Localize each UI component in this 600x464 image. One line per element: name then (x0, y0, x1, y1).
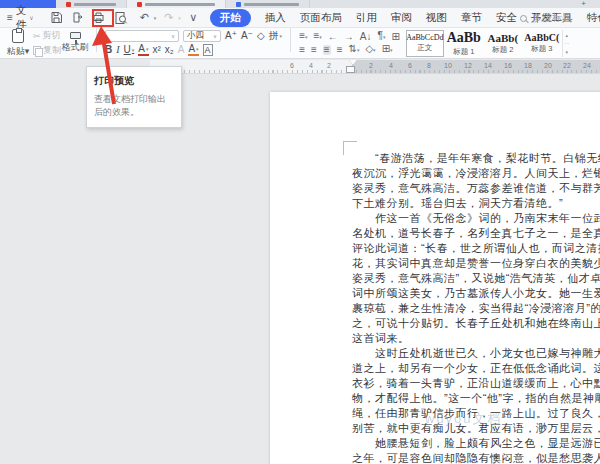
menu-bar: ≡ 文件 ∨ ↶▾ ↷▾ ∨ 开始 插入 页面布局 引用 审阅 视图 章节 安全… (0, 8, 600, 28)
text-line: 名处机，道号长春子，名列全真七子之一，是全真教中 (352, 226, 600, 241)
watermark: wuyou文档 (425, 410, 503, 428)
increase-indent-button[interactable]: → (344, 32, 354, 42)
export-pdf-button[interactable] (69, 10, 86, 26)
copy-icon (33, 46, 41, 55)
customize-quickbar-button[interactable]: ∨ (185, 10, 202, 26)
distribute-button[interactable]: ≡ (337, 45, 343, 55)
clear-format-button[interactable]: ◇ (257, 31, 265, 41)
justify-button[interactable]: ≡ (323, 45, 331, 55)
redo-button[interactable]: ↷ (160, 10, 177, 26)
text-line: 裹琼苞，兼之生性清冷，实当得起“冷浸溶溶月”的形容 (352, 301, 600, 316)
red-highlight-box (92, 9, 114, 27)
tab-home[interactable]: 开始 (210, 9, 251, 27)
paste-icon (12, 29, 24, 43)
tooltip-body: 查看文档打印输出后的效果。 (94, 93, 174, 119)
pinyin-guide-button[interactable]: 拼▾ (269, 31, 283, 41)
tab-section[interactable]: 章节 (461, 11, 482, 25)
paste-button[interactable]: 粘贴▾ (3, 29, 33, 58)
font-group: ∨ 小四∨ A⁺ A⁻ ◇ 拼▾ B I U▾ A▾ x² x₂ A A▾ A (101, 28, 286, 58)
style-heading1[interactable]: AaBb 标题 1 (445, 30, 483, 57)
document-workspace: “春游浩荡，是年年寒食，梨花时节。白锦无纹香烂漫 夜沉沉，浮光霭霭，冷浸溶溶月。… (0, 74, 600, 464)
bold-button[interactable]: B (105, 45, 112, 55)
style-normal[interactable]: AaBbCcDd 正文 (406, 30, 444, 57)
character-border-button[interactable]: A (203, 44, 213, 56)
bullet-list-button[interactable]: ≡▾ (299, 31, 307, 42)
horizontal-ruler[interactable]: 6 4 2 2 4 6 8 10 12 14 16 18 20 22 24 (150, 60, 600, 74)
hanging-indent-marker[interactable] (346, 66, 355, 73)
show-marks-button[interactable]: ¶▾ (378, 31, 386, 42)
document-tab-strip: + (0, 0, 600, 8)
subscript-button[interactable]: x₂ (165, 45, 174, 55)
text-line: 花，其实词中真意却是赞誉一位身穿白衣的美貌少女 (352, 256, 600, 271)
copy-button[interactable]: 复制 (33, 44, 61, 57)
quick-access-toolbar: ↶▾ ↷▾ ∨ (48, 9, 202, 27)
shading-button[interactable]: ◇▾ (365, 44, 375, 55)
align-left-button[interactable]: ≡ (299, 45, 305, 55)
tooltip-title: 打印预览 (94, 74, 174, 88)
writer-doc-icon (137, 2, 142, 7)
text-line: 之，可说十分贴切。长春子丘处机和她在终南山上比邻 (352, 316, 600, 331)
text-line: 下土难分别。瑶台归去，洞天方看清绝。” (352, 196, 600, 211)
doc-icon (236, 2, 241, 7)
scissors-icon: ✂ (33, 31, 41, 41)
style-heading3[interactable]: AaBbC( 标题 3 (523, 30, 561, 57)
tab-references[interactable]: 引用 (356, 11, 377, 25)
undo-dropdown[interactable]: ▾ (154, 15, 157, 21)
writer-doc-icon (66, 2, 71, 7)
text-line: 作这一首《无俗念》词的，乃南宋末年一位武学名家 (352, 211, 600, 226)
paragraph-group: ≡▾ ≡▾ ← → A↓ ¶▾ ⊞ ≡ ≡ ≡ ≡ ⇅▾ ◇▾ ⊞▾ (295, 28, 404, 58)
italic-button[interactable]: I (116, 45, 119, 55)
char-tool-button[interactable]: A (178, 45, 185, 55)
home-ribbon: 粘贴▾ ✂剪切 复制 格式刷 ∨ 小四∨ A⁺ A⁻ ◇ 拼▾ B I U▾ A… (0, 28, 600, 59)
style-gallery-scroll[interactable]: ▴⋯▾ (562, 30, 571, 57)
text-line: 夜沉沉，浮光霭霭，冷浸溶溶月。人间天上，烂银霞照通彻 (352, 166, 600, 181)
decrease-indent-button[interactable]: ← (328, 32, 338, 42)
redo-dropdown[interactable]: ▾ (178, 15, 181, 21)
document-tab-active[interactable] (127, 0, 226, 8)
grow-font-button[interactable]: A⁺ (225, 31, 237, 41)
document-page[interactable]: “春游浩荡，是年年寒食，梨花时节。白锦无纹香烂漫 夜沉沉，浮光霭霭，冷浸溶溶月。… (270, 92, 600, 464)
tab-view[interactable]: 视图 (426, 11, 447, 25)
strikethrough-button[interactable]: A▾ (138, 44, 148, 56)
numbered-list-button[interactable]: ≡▾ (313, 31, 321, 42)
format-painter-button[interactable]: 格式刷 (61, 32, 89, 54)
new-tab-button[interactable]: + (581, 0, 600, 8)
menu-icon: ≡ (7, 12, 13, 23)
highlight-color-button[interactable]: A▾ (188, 44, 198, 56)
tab-insert[interactable]: 插入 (265, 11, 286, 25)
text-line: 这时丘处机逝世已久，小龙女也已嫁与神雕大侠杨过 (352, 346, 600, 361)
style-gallery: AaBbCcDd 正文 AaBb 标题 1 AaBb( 标题 2 AaBbC( … (406, 28, 571, 58)
text-line: 这首词来。 (352, 331, 600, 346)
tab-review[interactable]: 审阅 (391, 11, 412, 25)
line-spacing-button[interactable]: ⇅▾ (349, 44, 360, 55)
underline-button[interactable]: U▾ (124, 45, 135, 55)
brush-icon (70, 32, 81, 39)
style-heading2[interactable]: AaBb( 标题 2 (484, 30, 522, 57)
wps-writer-window: { "tabbar": { "new_tab": "+" }, "menubar… (0, 0, 600, 464)
cut-button[interactable]: ✂剪切 (33, 29, 61, 42)
sort-button[interactable]: A↓ (360, 32, 372, 42)
text-line: 姿灵秀，意气殊高洁。万蕊参差谁信道，不与群芳同列 (352, 181, 600, 196)
font-name-select[interactable]: ∨ (105, 30, 179, 42)
text-line: 她腰悬短剑，脸上颇有风尘之色，显是远游已久 (352, 436, 600, 451)
save-button[interactable] (48, 10, 65, 26)
align-center-button[interactable]: ≡ (311, 45, 317, 55)
text-line: 词中所颂这美女，乃古墓派传人小龙女。她一生爱穿白衣 (352, 286, 600, 301)
borders-button[interactable]: ⊞▾ (382, 44, 393, 55)
shrink-font-button[interactable]: A⁻ (241, 31, 253, 41)
text-line: 衣衫，骑着一头青驴，正沿山道缓缓而上，心中默想： (352, 376, 600, 391)
chevron-down-icon: ∨ (29, 14, 33, 21)
text-line: 评论此词道：“长春，世之所谓仙人也，而词之清拔如此 (352, 241, 600, 256)
print-preview-tooltip: 打印预览 查看文档打印输出后的效果。 (86, 66, 182, 128)
command-search[interactable]: 多级标题 (520, 11, 572, 25)
document-tab[interactable] (56, 0, 127, 8)
first-line-indent-marker[interactable] (349, 60, 357, 65)
font-size-select[interactable]: 小四∨ (183, 30, 221, 42)
superscript-button[interactable]: x² (153, 45, 161, 55)
tab-page-layout[interactable]: 页面布局 (300, 11, 342, 25)
undo-button[interactable]: ↶ (136, 10, 153, 26)
insert-table-icon[interactable]: ⊞ (391, 32, 399, 42)
tab-security[interactable]: 安全 (496, 11, 517, 25)
document-tab[interactable] (226, 0, 310, 8)
tab-special-features[interactable]: 特色功能 (587, 11, 600, 25)
